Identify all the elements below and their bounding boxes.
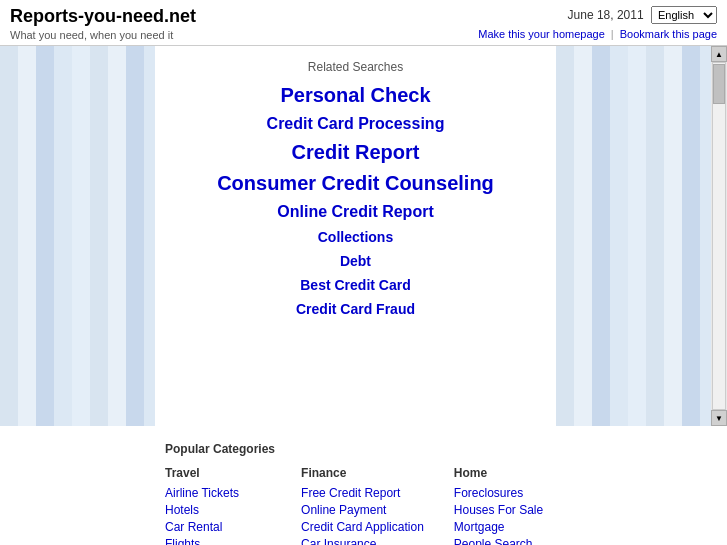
scroll-thumb[interactable]	[713, 64, 725, 104]
category-link-foreclosures[interactable]: Foreclosures	[454, 486, 562, 500]
search-link-online-credit-report[interactable]: Online Credit Report	[217, 203, 494, 221]
search-link-best-credit-card[interactable]: Best Credit Card	[217, 277, 494, 293]
main-area: Related Searches Personal CheckCredit Ca…	[0, 46, 727, 426]
language-select[interactable]: English French Spanish	[651, 6, 717, 24]
scrollbar[interactable]: ▲ ▼	[711, 46, 727, 426]
search-links-container: Personal CheckCredit Card ProcessingCred…	[217, 84, 494, 325]
header-right: June 18, 2011 English French Spanish Mak…	[478, 6, 717, 40]
category-heading-finance: Finance	[301, 466, 424, 480]
scroll-down-button[interactable]: ▼	[711, 410, 727, 426]
category-col-home: HomeForeclosuresHouses For SaleMortgageP…	[454, 466, 562, 545]
right-decorative-col	[556, 46, 711, 426]
search-link-consumer-credit-counseling[interactable]: Consumer Credit Counseling	[217, 172, 494, 195]
category-link-flights[interactable]: Flights	[165, 537, 271, 545]
category-link-free-credit-report[interactable]: Free Credit Report	[301, 486, 424, 500]
category-link-online-payment[interactable]: Online Payment	[301, 503, 424, 517]
popular-categories: Popular Categories TravelAirline Tickets…	[0, 426, 727, 545]
search-link-personal-check[interactable]: Personal Check	[217, 84, 494, 107]
site-info: Reports-you-need.net What you need, when…	[10, 6, 196, 41]
category-link-car-rental[interactable]: Car Rental	[165, 520, 271, 534]
center-content: Related Searches Personal CheckCredit Ca…	[155, 46, 556, 426]
bookmark-link[interactable]: Bookmark this page	[620, 28, 717, 40]
header: Reports-you-need.net What you need, when…	[0, 0, 727, 46]
search-link-credit-report[interactable]: Credit Report	[217, 141, 494, 164]
make-homepage-link[interactable]: Make this your homepage	[478, 28, 605, 40]
category-link-credit-card-application[interactable]: Credit Card Application	[301, 520, 424, 534]
category-link-people-search[interactable]: People Search	[454, 537, 562, 545]
search-link-debt[interactable]: Debt	[217, 253, 494, 269]
category-heading-travel: Travel	[165, 466, 271, 480]
category-link-airline-tickets[interactable]: Airline Tickets	[165, 486, 271, 500]
site-tagline: What you need, when you need it	[10, 29, 196, 41]
category-link-mortgage[interactable]: Mortgage	[454, 520, 562, 534]
category-col-finance: FinanceFree Credit ReportOnline PaymentC…	[301, 466, 424, 545]
search-link-credit-card-processing[interactable]: Credit Card Processing	[217, 115, 494, 133]
category-link-car-insurance[interactable]: Car Insurance	[301, 537, 424, 545]
site-title: Reports-you-need.net	[10, 6, 196, 27]
categories-grid: TravelAirline TicketsHotelsCar RentalFli…	[165, 466, 707, 545]
related-searches-label: Related Searches	[308, 60, 403, 74]
category-link-houses-for-sale[interactable]: Houses For Sale	[454, 503, 562, 517]
category-col-travel: TravelAirline TicketsHotelsCar RentalFli…	[165, 466, 271, 545]
scroll-track	[712, 62, 726, 410]
popular-categories-title: Popular Categories	[165, 442, 707, 456]
search-link-collections[interactable]: Collections	[217, 229, 494, 245]
category-heading-home: Home	[454, 466, 562, 480]
scroll-up-button[interactable]: ▲	[711, 46, 727, 62]
category-link-hotels[interactable]: Hotels	[165, 503, 271, 517]
search-link-credit-card-fraud[interactable]: Credit Card Fraud	[217, 301, 494, 317]
header-links: Make this your homepage | Bookmark this …	[478, 28, 717, 40]
header-date: June 18, 2011 English French Spanish	[478, 6, 717, 24]
left-decorative-col	[0, 46, 155, 426]
